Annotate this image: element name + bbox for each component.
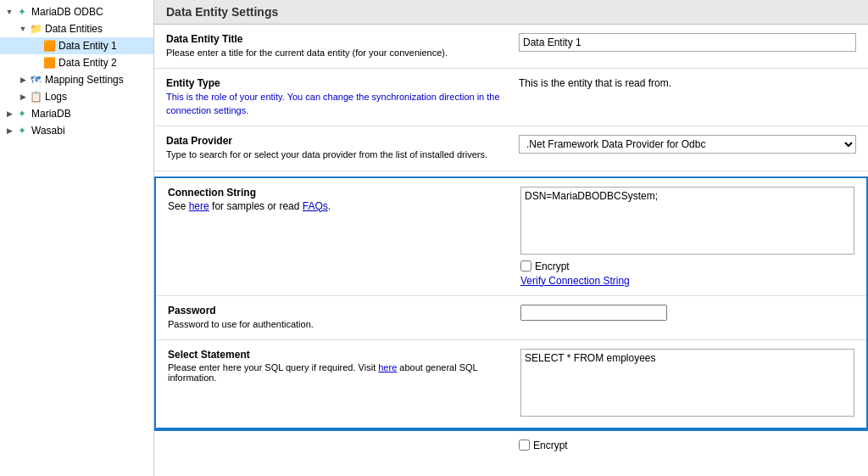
document-icon: 🟧 bbox=[42, 39, 56, 53]
sidebar-item-mapping-settings[interactable]: ▶ 🗺 Mapping Settings bbox=[0, 71, 153, 88]
sidebar: ▼ ✦ MariaDB ODBC ▼ 📁 Data Entities 🟧 Dat… bbox=[0, 0, 154, 476]
toggle-icon: ▼ bbox=[3, 6, 15, 18]
bottom-encrypt-section: Encrypt bbox=[154, 429, 868, 456]
toggle-icon: ▶ bbox=[3, 108, 15, 120]
toggle-icon: ▶ bbox=[17, 74, 29, 86]
encrypt-checkbox[interactable] bbox=[520, 260, 531, 272]
faqs-link[interactable]: FAQs bbox=[303, 200, 328, 212]
page-header: Data Entity Settings bbox=[154, 0, 868, 25]
toggle-icon: ▼ bbox=[17, 23, 29, 35]
data-provider-desc: Type to search for or select your data p… bbox=[166, 148, 505, 161]
sidebar-item-wasabi[interactable]: ▶ ✦ Wasabi bbox=[0, 122, 153, 139]
select-statement-desc: Please enter here your SQL query if requ… bbox=[168, 362, 507, 383]
password-label: Password bbox=[168, 305, 507, 316]
select-here-link[interactable]: here bbox=[378, 362, 397, 372]
entity-title-desc: Please enter a title for the current dat… bbox=[166, 47, 505, 59]
entity-type-desc: This is the role of your entity. You can… bbox=[166, 91, 505, 117]
entity-type-section: Entity Type This is the role of your ent… bbox=[154, 69, 868, 126]
connection-string-label: Connection String bbox=[168, 187, 507, 199]
entity-type-label: Entity Type bbox=[166, 77, 505, 89]
sidebar-item-mariadb-odbc[interactable]: ▼ ✦ MariaDB ODBC bbox=[0, 3, 153, 20]
bottom-encrypt-row: Encrypt bbox=[519, 440, 856, 451]
sidebar-item-label: MariaDB ODBC bbox=[31, 6, 103, 18]
sidebar-item-label: Logs bbox=[45, 91, 67, 103]
main-content: Data Entity Settings Data Entity Title P… bbox=[154, 0, 868, 476]
sidebar-item-label: Wasabi bbox=[31, 125, 65, 137]
here-link[interactable]: here bbox=[189, 200, 209, 212]
entity-title-label: Data Entity Title bbox=[166, 33, 505, 45]
log-icon: 📋 bbox=[29, 90, 42, 104]
select-statement-section: Select Statement Please enter here your … bbox=[156, 340, 866, 428]
select-desc-text: Please enter here your SQL query if requ… bbox=[168, 362, 378, 372]
select-statement-textarea[interactable] bbox=[520, 349, 854, 417]
sidebar-item-label: Data Entity 2 bbox=[58, 57, 117, 69]
password-input[interactable] bbox=[520, 305, 667, 321]
verify-connection-link[interactable]: Verify Connection String bbox=[520, 275, 630, 287]
connection-desc-mid: for samples or read bbox=[209, 200, 303, 212]
gear-icon: ✦ bbox=[15, 107, 29, 120]
sidebar-item-data-entities[interactable]: ▼ 📁 Data Entities bbox=[0, 20, 153, 37]
entity-type-value: This is the entity that is read from. bbox=[519, 77, 671, 89]
sidebar-item-mariadb[interactable]: ▶ ✦ MariaDB bbox=[0, 105, 153, 122]
bottom-encrypt-checkbox[interactable] bbox=[519, 440, 530, 451]
sidebar-item-logs[interactable]: ▶ 📋 Logs bbox=[0, 88, 153, 105]
page-title: Data Entity Settings bbox=[166, 5, 856, 19]
entity-title-input[interactable] bbox=[519, 33, 856, 52]
folder-icon: 📁 bbox=[29, 22, 42, 36]
sidebar-item-label: Data Entities bbox=[45, 23, 103, 35]
gear-icon: ✦ bbox=[15, 124, 29, 137]
connection-string-desc: See here for samples or read FAQs. bbox=[168, 200, 507, 212]
encrypt-label: Encrypt bbox=[535, 260, 570, 272]
sidebar-item-data-entity-1[interactable]: 🟧 Data Entity 1 bbox=[0, 37, 153, 54]
bottom-encrypt-label: Encrypt bbox=[533, 440, 568, 451]
connection-string-section: Connection String See here for samples o… bbox=[156, 178, 866, 296]
sidebar-item-label: MariaDB bbox=[31, 108, 71, 120]
sidebar-item-label: Data Entity 1 bbox=[58, 40, 117, 52]
toggle-icon bbox=[31, 57, 42, 69]
document-icon: 🟧 bbox=[42, 56, 56, 70]
map-icon: 🗺 bbox=[29, 73, 42, 87]
select-statement-label: Select Statement bbox=[168, 349, 507, 361]
password-desc: Password to use for authentication. bbox=[168, 318, 507, 331]
toggle-icon bbox=[31, 40, 42, 52]
connection-string-textarea[interactable] bbox=[520, 187, 854, 255]
toggle-icon: ▶ bbox=[17, 91, 29, 103]
sidebar-item-label: Mapping Settings bbox=[45, 74, 124, 86]
data-provider-section: Data Provider Type to search for or sele… bbox=[154, 126, 868, 171]
data-provider-label: Data Provider bbox=[166, 135, 505, 147]
encrypt-row: Encrypt bbox=[520, 260, 854, 272]
entity-title-section: Data Entity Title Please enter a title f… bbox=[154, 25, 868, 69]
gear-icon: ✦ bbox=[15, 5, 29, 19]
connection-desc-text: See bbox=[168, 200, 189, 212]
connection-block: Connection String See here for samples o… bbox=[154, 176, 868, 429]
data-provider-select[interactable]: .Net Framework Data Provider for Odbc bbox=[519, 135, 856, 154]
sidebar-item-data-entity-2[interactable]: 🟧 Data Entity 2 bbox=[0, 54, 153, 71]
connection-desc-end: . bbox=[328, 200, 331, 212]
toggle-icon: ▶ bbox=[3, 125, 15, 137]
password-section: Password Password to use for authenticat… bbox=[156, 296, 866, 340]
